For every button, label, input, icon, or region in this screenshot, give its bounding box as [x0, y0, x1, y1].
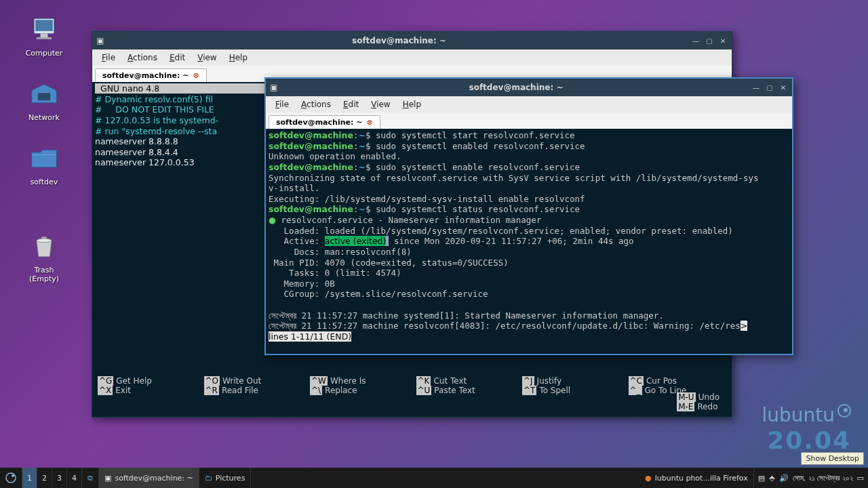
menu-actions[interactable]: Actions — [296, 98, 336, 111]
terminal-window-systemctl[interactable]: ▣ softdev@machine: ~ — ▢ ✕ File Actions … — [264, 77, 793, 355]
svg-rect-3 — [37, 37, 52, 39]
menubar: File Actions Edit View Help — [266, 96, 792, 113]
taskbar-terminal[interactable]: ▣softdev@machine: ~ — [99, 468, 199, 488]
svg-rect-2 — [41, 34, 48, 38]
system-tray: ▤ ⬘ 🔊 সোম, ২১ সেপ্টেম্বর ২০২ ▭ — [754, 474, 868, 483]
maximize-button[interactable]: ▢ — [703, 35, 715, 47]
terminal-content[interactable]: softdev@machine:~$ sudo systemctl start … — [266, 129, 792, 352]
tabbar: softdev@machine: ~ ⊗ — [266, 113, 792, 129]
workspace-4[interactable]: 4 — [67, 468, 82, 488]
svg-rect-6 — [41, 237, 46, 239]
tray-icon[interactable]: ▤ — [758, 474, 765, 483]
menu-help[interactable]: Help — [397, 98, 427, 111]
menu-view[interactable]: View — [366, 98, 395, 111]
nano-shortcuts: ^GGet Help^OWrite Out^WWhere Is^KCut Tex… — [92, 373, 732, 398]
menu-actions[interactable]: Actions — [122, 51, 163, 64]
terminal-icon: ▣ — [269, 82, 279, 93]
svg-point-7 — [6, 473, 16, 483]
desktop-icon-label: softdev — [20, 178, 68, 186]
menu-help[interactable]: Help — [224, 51, 253, 64]
terminal-icon: ▣ — [95, 35, 106, 46]
taskbar-pictures[interactable]: 🗀Pictures — [199, 468, 252, 488]
window-title: softdev@machine: ~ — [110, 36, 688, 45]
workspace-1[interactable]: 1 — [22, 468, 37, 488]
menu-file[interactable]: File — [270, 98, 294, 111]
trash-icon — [28, 230, 60, 263]
desktop-icon-label: Trash (Empty) — [20, 266, 68, 283]
network-icon — [28, 78, 60, 110]
desktop-icon-label: Network — [20, 113, 68, 122]
workspace-3[interactable]: 3 — [52, 468, 67, 488]
folder-icon — [28, 142, 60, 175]
menu-file[interactable]: File — [96, 51, 121, 64]
terminal-tab[interactable]: softdev@machine: ~ ⊗ — [269, 115, 380, 129]
clock[interactable]: সোম, ২১ সেপ্টেম্বর ২০২ — [793, 474, 853, 483]
tab-close-icon[interactable]: ⊗ — [193, 71, 199, 80]
svg-rect-4 — [38, 93, 50, 100]
volume-icon[interactable]: 🔊 — [779, 474, 789, 483]
firefox-icon: ● — [645, 474, 652, 483]
titlebar[interactable]: ▣ softdev@machine: ~ — ▢ ✕ — [266, 79, 792, 96]
taskbar-firefox[interactable]: ●lubuntu phot...illa Firefox — [639, 468, 754, 488]
desktop-icon-label: Computer — [20, 49, 68, 58]
terminal-icon: ▣ — [104, 474, 111, 483]
folder-icon: 🗀 — [205, 474, 212, 483]
close-button[interactable]: ✕ — [717, 35, 729, 47]
titlebar[interactable]: ▣ softdev@machine: ~ — ▢ ✕ — [92, 32, 732, 49]
menu-edit[interactable]: Edit — [164, 51, 191, 64]
close-button[interactable]: ✕ — [777, 81, 789, 94]
terminal-tab[interactable]: softdev@machine: ~ ⊗ — [95, 68, 207, 82]
lubuntu-brand: lubuntu 20.04 — [762, 404, 851, 454]
workspace-2[interactable]: 2 — [37, 468, 52, 488]
desktop-icon-network[interactable]: Network — [20, 78, 68, 122]
taskbar-vscode[interactable]: ⧉ — [82, 468, 99, 488]
svg-rect-1 — [35, 20, 53, 31]
network-tray-icon[interactable]: ⬘ — [769, 474, 774, 483]
desktop-icon-trash[interactable]: Trash (Empty) — [20, 230, 68, 283]
svg-point-8 — [12, 474, 14, 477]
window-title: softdev@machine: ~ — [283, 83, 749, 92]
show-desktop-button[interactable]: ▭ — [857, 474, 864, 483]
maximize-button[interactable]: ▢ — [764, 81, 776, 94]
show-desktop-tooltip: Show Desktop — [801, 452, 864, 465]
tab-close-icon[interactable]: ⊗ — [366, 118, 372, 127]
menu-edit[interactable]: Edit — [338, 98, 364, 111]
desktop-icon-softdev[interactable]: softdev — [20, 142, 68, 186]
desktop-icon-computer[interactable]: Computer — [20, 14, 68, 58]
minimize-button[interactable]: — — [750, 81, 762, 94]
taskbar: 1 2 3 4 ⧉ ▣softdev@machine: ~ 🗀Pictures … — [0, 468, 868, 488]
minimize-button[interactable]: — — [690, 35, 702, 47]
computer-icon — [28, 14, 60, 46]
menubar: File Actions Edit View Help — [92, 49, 732, 66]
menu-view[interactable]: View — [192, 51, 222, 64]
app-menu-button[interactable] — [0, 468, 22, 488]
